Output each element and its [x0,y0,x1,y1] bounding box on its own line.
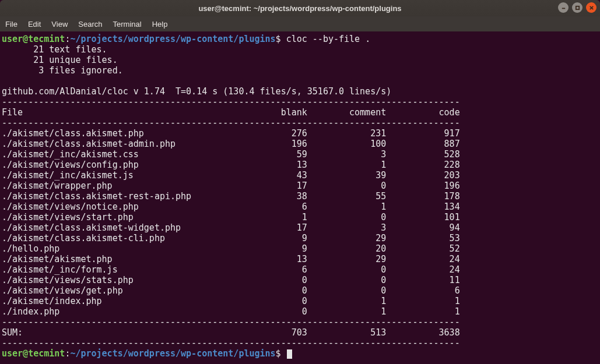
menu-edit[interactable]: Edit [28,20,41,29]
maximize-button[interactable] [572,2,583,13]
table-row: ./akismet/views/config.php 13 1 228 [2,160,460,170]
table-header: File blank comment code [2,107,460,118]
output-line: 3 files ignored. [2,65,123,76]
prompt-path: ~/projects/wordpress/wp-content/plugins [70,34,275,44]
menu-terminal[interactable]: Terminal [113,20,142,29]
command-text: cloc --by-file . [286,34,371,44]
menubar: File Edit View Search Terminal Help [0,16,600,31]
table-row: ./akismet/views/start.php 1 0 101 [2,212,460,222]
table-row: ./hello.php 9 20 52 [2,243,460,254]
divider: ----------------------------------------… [2,338,460,348]
table-row: ./index.php 0 1 1 [2,306,460,317]
divider: ----------------------------------------… [2,118,460,128]
table-row: ./akismet/class.akismet-rest-api.php 38 … [2,191,460,202]
prompt-symbol: $ [276,348,281,359]
output-line: 21 text files. [2,44,107,55]
menu-search[interactable]: Search [78,20,102,29]
table-row: ./akismet/views/get.php 0 0 6 [2,285,460,296]
divider: ----------------------------------------… [2,317,460,327]
minimize-icon [561,5,566,10]
window-titlebar: user@tecmint: ~/projects/wordpress/wp-co… [0,0,600,16]
minimize-button[interactable] [558,2,569,13]
prompt-symbol: $ [276,34,281,44]
table-row: ./akismet/views/notice.php 6 1 134 [2,202,460,212]
prompt-user: user@tecmint [2,348,65,359]
table-row: ./akismet/views/stats.php 0 0 11 [2,275,460,285]
table-row: ./akismet/class.akismet-widget.php 17 3 … [2,222,460,233]
menu-help[interactable]: Help [152,20,168,29]
divider: ----------------------------------------… [2,97,460,107]
table-row: ./akismet/index.php 0 1 1 [2,296,460,306]
table-row: ./akismet/wrapper.php 17 0 196 [2,181,460,191]
svg-rect-1 [576,6,578,9]
window-controls [558,2,597,13]
prompt-path: ~/projects/wordpress/wp-content/plugins [70,348,275,359]
table-row: ./akismet/_inc/akismet.js 43 39 203 [2,170,460,181]
close-button[interactable] [586,2,597,13]
table-row: ./akismet/class.akismet-admin.php 196 10… [2,139,460,149]
output-line: 21 unique files. [2,55,118,65]
table-row: ./akismet/class.akismet-cli.php 9 29 53 [2,233,460,243]
menu-file[interactable]: File [5,20,17,29]
table-row: ./akismet/_inc/form.js 6 0 24 [2,264,460,275]
cursor [287,349,292,359]
version-line: github.com/AlDanial/cloc v 1.74 T=0.14 s… [2,86,391,97]
maximize-icon [575,5,580,10]
prompt-user: user@tecmint [2,34,65,44]
table-row: ./akismet/akismet.php 13 29 24 [2,254,460,264]
table-row: ./akismet/class.akismet.php 276 231 917 [2,128,460,139]
sum-row: SUM: 703 513 3638 [2,327,460,338]
window-title: user@tecmint: ~/projects/wordpress/wp-co… [198,4,401,13]
terminal-output[interactable]: user@tecmint:~/projects/wordpress/wp-con… [0,31,600,361]
table-row: ./akismet/_inc/akismet.css 59 3 528 [2,149,460,160]
close-icon [589,5,594,10]
menu-view[interactable]: View [51,20,68,29]
